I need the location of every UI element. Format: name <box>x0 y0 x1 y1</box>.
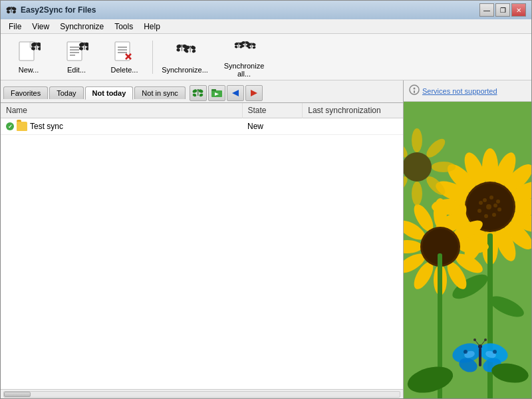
window-title: Easy2Sync for Files <box>21 5 96 15</box>
svg-point-110 <box>458 240 489 253</box>
svg-rect-74 <box>414 90 415 93</box>
tab-blue-arrow-left-btn[interactable] <box>227 85 244 101</box>
svg-marker-70 <box>232 90 239 96</box>
folder-icon <box>17 122 27 131</box>
services-icon <box>409 84 420 97</box>
synchronize-all-icon <box>232 37 256 59</box>
sync-table: Name State Last synchronization <box>1 103 403 135</box>
scrollbar-track[interactable] <box>3 391 400 398</box>
svg-rect-47 <box>238 43 239 47</box>
svg-point-61 <box>192 88 198 93</box>
svg-rect-53 <box>245 41 245 46</box>
menu-file[interactable]: File <box>3 21 27 33</box>
svg-point-126 <box>412 182 422 205</box>
titlebar: Easy2Sync for Files — ❐ ✕ <box>1 1 531 19</box>
svg-point-66 <box>198 89 199 90</box>
svg-point-0 <box>6 6 11 11</box>
svg-rect-12 <box>37 43 37 50</box>
tab-today[interactable]: Today <box>49 86 83 99</box>
edit-label: Edit... <box>67 66 86 74</box>
svg-rect-104 <box>487 233 493 398</box>
edit-button[interactable]: Edit... <box>54 37 99 77</box>
menubar: File View Synchronize Tools Help <box>1 19 531 34</box>
delete-button[interactable]: Delete... <box>102 37 147 77</box>
new-button[interactable]: New... <box>6 37 51 77</box>
svg-rect-23 <box>84 43 85 50</box>
svg-point-137 <box>464 350 467 354</box>
right-panel: Services not supported <box>404 80 531 398</box>
svg-point-138 <box>493 350 497 354</box>
svg-rect-59 <box>251 43 252 48</box>
svg-point-63 <box>192 93 197 97</box>
svg-point-36 <box>181 44 182 45</box>
scrollbar-thumb[interactable] <box>4 392 31 397</box>
svg-point-122 <box>412 128 422 152</box>
col-name[interactable]: Name <box>1 103 242 118</box>
svg-point-101 <box>479 201 483 205</box>
svg-rect-139 <box>479 348 481 366</box>
minimize-button[interactable]: — <box>479 3 494 17</box>
row-name-cell: Test sync <box>1 118 242 135</box>
left-panel: Favorites Today Not today Not in sync <box>1 80 404 398</box>
col-state[interactable]: State <box>242 103 303 118</box>
status-icon <box>6 122 14 130</box>
menu-synchronize[interactable]: Synchronize <box>55 21 109 33</box>
edit-icon <box>65 41 88 63</box>
services-link[interactable]: Services not supported <box>422 87 497 95</box>
svg-point-124 <box>432 162 456 172</box>
svg-point-33 <box>176 48 181 52</box>
content-area: Favorites Today Not today Not in sync <box>1 80 531 398</box>
tab-green-folder-btn[interactable] <box>208 85 225 101</box>
svg-point-143 <box>473 338 476 341</box>
menu-help[interactable]: Help <box>138 21 166 33</box>
col-last-sync[interactable]: Last synchronization <box>303 103 403 118</box>
synchronize-button[interactable]: Synchronize... <box>158 37 211 77</box>
tab-not-today[interactable]: Not today <box>85 86 134 100</box>
tab-green-butterfly-btn[interactable] <box>190 85 207 101</box>
svg-point-98 <box>492 213 496 217</box>
svg-point-45 <box>234 45 238 49</box>
menu-view[interactable]: View <box>27 21 55 33</box>
synchronize-icon <box>173 41 197 63</box>
tab-favorites[interactable]: Favorites <box>3 86 48 99</box>
svg-point-97 <box>497 207 501 211</box>
svg-point-62 <box>198 88 203 93</box>
svg-point-24 <box>84 42 85 43</box>
services-header: Services not supported <box>404 80 531 102</box>
svg-point-58 <box>252 45 256 49</box>
row-last-sync-cell <box>303 118 403 135</box>
horizontal-scrollbar[interactable] <box>1 389 403 398</box>
svg-point-73 <box>414 88 416 90</box>
toolbar-separator <box>152 41 153 74</box>
tabs-bar: Favorites Today Not today Not in sync <box>1 80 403 103</box>
svg-point-54 <box>245 41 246 42</box>
row-state-cell: New <box>242 118 303 135</box>
synchronize-all-button[interactable]: Synchronize all... <box>214 37 274 77</box>
table-row[interactable]: Test sync New <box>1 118 403 135</box>
app-icon <box>6 5 17 15</box>
svg-point-31 <box>176 43 182 49</box>
menu-tools[interactable]: Tools <box>109 21 138 33</box>
svg-point-5 <box>11 7 12 8</box>
svg-point-102 <box>486 204 491 209</box>
restore-button[interactable]: ❐ <box>495 3 510 17</box>
svg-point-64 <box>199 93 203 97</box>
tab-red-arrow-right-btn[interactable] <box>245 85 263 101</box>
close-button[interactable]: ✕ <box>511 3 526 17</box>
svg-point-100 <box>477 209 481 213</box>
row-state: New <box>247 122 263 131</box>
synchronize-all-label: Synchronize all... <box>217 62 271 78</box>
svg-point-43 <box>234 42 239 46</box>
svg-point-13 <box>36 42 37 43</box>
svg-point-144 <box>484 338 487 341</box>
svg-point-3 <box>12 10 16 13</box>
svg-point-94 <box>483 198 487 202</box>
toolbar: New... Edit... <box>1 34 531 80</box>
tab-not-in-sync[interactable]: Not in sync <box>134 86 185 99</box>
new-label: New... <box>19 66 39 74</box>
svg-point-38 <box>190 45 196 50</box>
sync-table-area: Name State Last synchronization <box>1 103 403 389</box>
synchronize-label: Synchronize... <box>162 66 208 74</box>
tab-icon-buttons <box>190 85 263 101</box>
svg-point-40 <box>192 49 196 53</box>
